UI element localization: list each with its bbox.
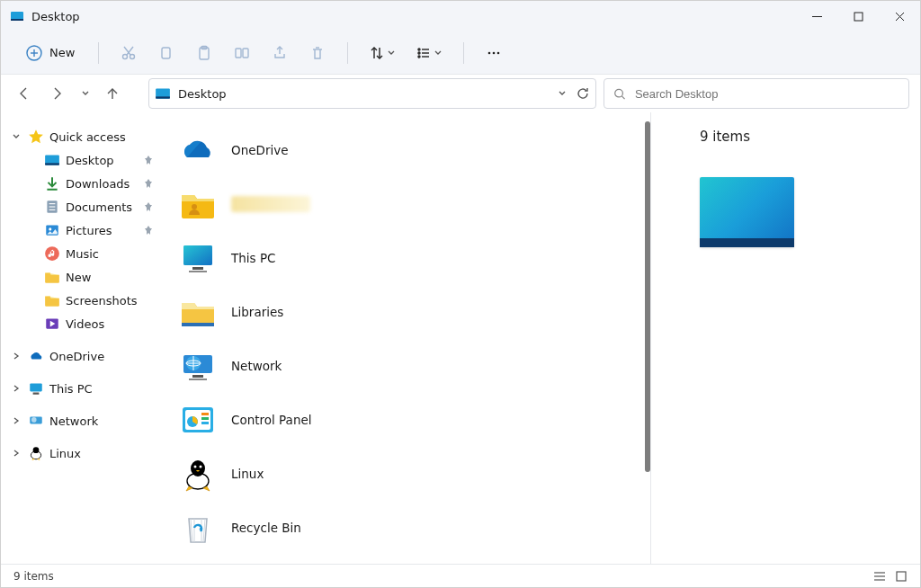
svg-point-45 [31,417,37,423]
file-item-network[interactable]: Network [177,339,647,393]
sidebar-item-label: Linux [49,447,81,460]
sidebar-item-label: OneDrive [49,350,104,363]
folder-icon [44,269,60,285]
file-item-user-folder[interactable] [177,177,647,231]
sidebar-onedrive[interactable]: OneDrive [6,344,157,368]
more-button[interactable] [477,37,511,69]
sort-button[interactable] [361,37,404,69]
minimize-button[interactable] [796,1,837,31]
desktop-icon [155,85,171,102]
file-label: Linux [231,467,264,481]
details-pane: 9 items [650,112,920,564]
paste-button[interactable] [187,37,221,69]
folder-icon [44,292,60,308]
rename-button[interactable] [225,37,259,69]
sidebar-item-label: This PC [49,382,93,396]
copy-button[interactable] [149,37,183,69]
sidebar-item-label: Pictures [66,224,112,237]
separator [347,42,348,64]
file-item-this-pc[interactable]: This PC [177,231,647,285]
sidebar-item-pictures[interactable]: Pictures [22,218,157,242]
file-label-blurred [231,196,310,212]
navigation-pane: Quick access Desktop Downloads Documents [1,112,163,564]
refresh-button[interactable] [576,86,590,101]
sidebar-item-desktop[interactable]: Desktop [22,148,157,172]
details-thumbnail [700,177,794,247]
search-bar[interactable] [604,78,909,109]
sidebar-item-label: Quick access [49,130,126,144]
view-details-button[interactable] [873,570,886,583]
pin-icon [143,178,154,189]
delete-button[interactable] [300,37,335,69]
search-input[interactable] [635,87,899,101]
music-icon [44,245,60,262]
file-label: OneDrive [231,143,288,157]
sidebar-item-label: Music [66,247,99,261]
libraries-icon [177,291,219,333]
scrollbar[interactable] [645,121,650,472]
new-button[interactable]: New [15,40,85,67]
svg-rect-3 [854,13,863,21]
sidebar-item-screenshots[interactable]: Screenshots [22,289,157,312]
recent-dropdown[interactable] [76,81,93,106]
sidebar-item-downloads[interactable]: Downloads [22,172,157,195]
desktop-icon [44,152,60,168]
file-label: Libraries [231,305,283,319]
sidebar-item-music[interactable]: Music [22,242,157,265]
svg-rect-52 [189,271,207,272]
svg-point-67 [194,466,197,468]
sidebar-network[interactable]: Network [6,409,157,432]
this-pc-icon [28,380,44,396]
share-button[interactable] [263,37,297,69]
file-item-recycle-bin[interactable]: Recycle Bin [177,501,647,555]
sidebar-item-new[interactable]: New [22,265,157,289]
svg-rect-17 [243,49,248,58]
pin-icon [143,155,154,165]
sidebar-item-label: Network [49,414,98,428]
forward-button[interactable] [44,81,69,106]
sidebar-item-label: Downloads [66,177,130,191]
svg-rect-50 [183,245,212,265]
star-icon [28,129,44,145]
cut-button[interactable] [112,37,146,69]
sidebar-this-pc[interactable]: This PC [6,377,157,400]
sidebar-quick-access[interactable]: Quick access [6,125,157,148]
view-button[interactable] [407,37,451,69]
sidebar-linux[interactable]: Linux [6,441,157,465]
address-dropdown[interactable] [556,89,567,98]
separator [463,42,464,64]
user-folder-icon [177,183,219,225]
svg-point-25 [493,51,496,54]
sidebar-item-videos[interactable]: Videos [22,312,157,335]
linux-icon [28,445,44,461]
file-item-libraries[interactable]: Libraries [177,285,647,339]
svg-point-9 [123,54,128,58]
back-button[interactable] [12,81,37,106]
sidebar-item-documents[interactable]: Documents [22,195,157,218]
svg-point-48 [192,204,197,209]
file-item-linux[interactable]: Linux [177,447,647,501]
close-button[interactable] [879,1,920,31]
svg-rect-32 [45,163,59,165]
details-count: 9 items [673,129,899,145]
svg-point-39 [49,227,51,230]
file-item-onedrive[interactable]: OneDrive [177,123,647,177]
sidebar-item-label: Desktop [66,154,114,167]
maximize-button[interactable] [837,1,879,31]
status-item-count: 9 items [13,570,54,583]
svg-rect-62 [201,413,209,415]
address-bar[interactable]: Desktop [148,78,596,109]
view-large-icons-button[interactable] [895,570,908,583]
svg-rect-42 [30,383,42,391]
up-button[interactable] [100,81,125,106]
svg-rect-16 [236,49,241,58]
svg-point-20 [418,52,420,54]
svg-rect-51 [192,267,203,270]
pin-icon [143,225,154,236]
titlebar: Desktop [1,1,920,31]
svg-rect-13 [162,48,170,58]
pin-icon [143,201,154,212]
new-button-label: New [49,46,75,59]
file-item-control-panel[interactable]: Control Panel [177,393,647,447]
svg-point-26 [497,51,500,54]
